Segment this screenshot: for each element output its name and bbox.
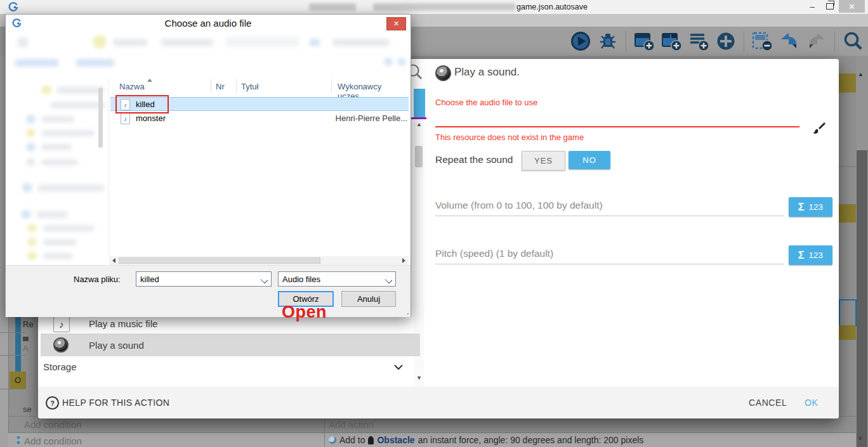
- redacted-tree-icon: [26, 143, 36, 152]
- action-list-scrollbar-thumb[interactable]: [415, 146, 423, 167]
- minimize-button[interactable]: –: [803, 0, 821, 13]
- window-titlebar: game.json.autosave – ✕: [0, 0, 868, 15]
- volume-expression-button[interactable]: Σ 123: [789, 197, 832, 217]
- event-icon-fragment: [23, 337, 29, 341]
- toolbar-separator: [834, 31, 835, 51]
- scroll-left-icon[interactable]: [112, 258, 115, 263]
- play-icon: [570, 30, 591, 52]
- file-chooser-dialog: Choose an audio file ✕: [5, 14, 411, 317]
- resize-grip[interactable]: [407, 313, 409, 314]
- event-text-fragment: O: [15, 375, 21, 385]
- redacted-breadcrumb: [112, 39, 148, 46]
- close-window-button[interactable]: ✕: [839, 0, 865, 13]
- add-comment-icon: [688, 30, 709, 52]
- redacted-help-button: [398, 58, 405, 66]
- restore-icon: [826, 3, 834, 10]
- undo-button[interactable]: [778, 30, 801, 53]
- selected-category-indicator: [414, 89, 425, 118]
- column-header-nr[interactable]: Nr: [216, 82, 225, 91]
- brush-icon[interactable]: [811, 121, 826, 136]
- delete-event-button[interactable]: [751, 30, 773, 53]
- file-list-hscrollbar[interactable]: [109, 256, 409, 265]
- play-button[interactable]: [569, 30, 592, 53]
- hscrollbar-thumb[interactable]: [119, 257, 320, 264]
- add-something-button[interactable]: [714, 30, 737, 53]
- add-action-link[interactable]: Add action: [329, 419, 374, 430]
- repeat-yes-button[interactable]: YES: [522, 151, 565, 171]
- add-subevent-button[interactable]: [660, 30, 683, 53]
- filetype-combobox[interactable]: Audio files: [278, 271, 396, 287]
- file-row[interactable]: ♪ monster Henri-Pierre Pelle...: [110, 112, 409, 125]
- add-event-button[interactable]: [633, 30, 655, 53]
- expression-123-label: 123: [809, 250, 824, 260]
- redacted-tree-item: [43, 253, 73, 259]
- action-object-name: Obstacle: [377, 435, 414, 445]
- redacted-tree-item: [37, 185, 105, 191]
- pitch-expression-button[interactable]: Σ 123: [789, 245, 832, 265]
- redacted-breadcrumb: [161, 39, 214, 46]
- help-link[interactable]: HELP FOR THIS ACTION: [62, 398, 169, 408]
- chevron-down-icon[interactable]: [393, 364, 404, 370]
- volume-input[interactable]: [435, 216, 784, 216]
- add-subevent-icon: [661, 30, 682, 52]
- window-title: game.json.autosave: [516, 3, 588, 11]
- event-row-line: [839, 166, 856, 167]
- chevron-down-icon: [261, 276, 268, 283]
- pitch-input[interactable]: [435, 264, 784, 264]
- undo-icon: [779, 30, 800, 52]
- file-name: monster: [136, 113, 166, 123]
- add-condition-link[interactable]: Add condition: [24, 419, 82, 430]
- redacted-tree-icon: [27, 252, 37, 260]
- event-action-row[interactable]: Add to Obstacle an instant force, angle:…: [329, 435, 643, 445]
- redacted-tree-icon: [41, 86, 51, 94]
- column-header-name[interactable]: Nazwa: [119, 82, 145, 91]
- event-marker-dot: [17, 441, 20, 444]
- redacted-organize-menu: [15, 59, 59, 67]
- redacted-tree-icon: [26, 158, 36, 166]
- redo-icon: [806, 30, 827, 52]
- add-comment-button[interactable]: [687, 30, 710, 53]
- highlighted-event-block: [839, 299, 857, 327]
- resource-error-text: This resource does not exist in the game: [435, 133, 584, 142]
- add-condition-link[interactable]: Add condition: [24, 436, 82, 446]
- scroll-right-icon[interactable]: [402, 258, 405, 263]
- event-row-line: [0, 389, 25, 389]
- redacted-tree-item: [41, 144, 72, 150]
- scroll-up-icon[interactable]: ▲: [416, 121, 422, 127]
- anuluj-button[interactable]: Anuluj: [341, 291, 396, 307]
- selected-event-block: [839, 325, 856, 340]
- redacted-tree-icon: [27, 238, 37, 246]
- column-divider[interactable]: [331, 79, 332, 93]
- event-text-fragment: se: [23, 405, 32, 414]
- restore-button[interactable]: [821, 0, 839, 13]
- action-list-item-play-music[interactable]: Play a music file: [89, 318, 157, 329]
- scroll-up-icon[interactable]: ▲: [858, 71, 864, 77]
- ok-button[interactable]: OK: [805, 398, 818, 408]
- events-scrollbar-thumb[interactable]: [857, 150, 867, 447]
- caret-down-icon[interactable]: ▾: [858, 434, 862, 443]
- redo-button[interactable]: [805, 30, 828, 53]
- redacted-view-button: [384, 58, 393, 66]
- redacted-tree-item: [43, 239, 77, 245]
- redacted-tree-icon: [26, 115, 36, 124]
- screen: game.json.autosave – ✕: [0, 0, 868, 447]
- repeat-no-button[interactable]: NO: [569, 151, 610, 169]
- help-icon: ?: [46, 396, 59, 410]
- filename-combobox[interactable]: killed: [136, 271, 272, 287]
- audio-file-icon: ♪: [121, 113, 130, 124]
- category-storage[interactable]: Storage: [43, 361, 77, 372]
- column-header-title[interactable]: Tytuł: [241, 82, 258, 91]
- column-divider[interactable]: [211, 79, 211, 93]
- close-dialog-button[interactable]: ✕: [386, 17, 406, 30]
- music-note-icon: ♪: [53, 316, 70, 332]
- redacted-tree-icon: [26, 129, 36, 137]
- column-divider[interactable]: [236, 79, 237, 93]
- cancel-button[interactable]: CANCEL: [749, 398, 787, 408]
- sort-ascending-icon: [147, 79, 152, 82]
- nav-pane-scrollbar-thumb[interactable]: [98, 87, 103, 148]
- search-button[interactable]: [841, 30, 864, 53]
- scroll-down-icon[interactable]: ▼: [416, 375, 422, 381]
- debug-button[interactable]: [596, 30, 619, 53]
- event-row-line: [0, 355, 25, 356]
- resource-input[interactable]: [435, 126, 799, 127]
